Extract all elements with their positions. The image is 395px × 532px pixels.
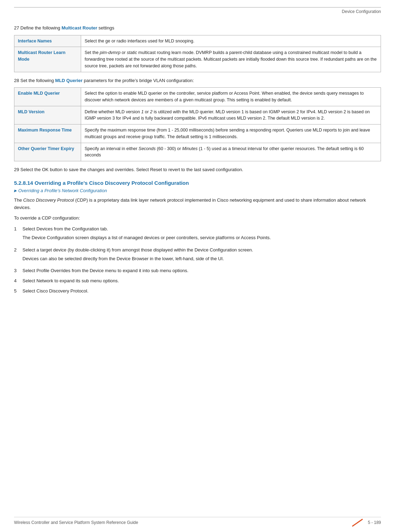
list-item: 1 Select Devices from the Configuration … [14,225,381,244]
table-cell-value: Define whether MLD version 1 or 2 is uti… [81,106,381,124]
step-subpara: Devices can also be selected directly fr… [22,255,381,263]
table-cell-label: Other Querier Timer Expiry [14,143,81,161]
table-row: Interface Names Select the ge or radio i… [14,35,381,47]
step-content: Select Devices from the Configuration ta… [22,225,381,244]
list-item: 3 Select Profile Overrides from the Devi… [14,267,381,275]
table-row: Enable MLD Querier Select the option to … [14,88,381,106]
step-content: Select Cisco Discovery Protocol. [22,288,381,295]
page-footer: Wireless Controller and Service Platform… [14,517,381,525]
step27-link: Multicast Router [61,25,97,31]
step-content: Select a target device (by double-clicki… [22,247,381,265]
footer-divider-icon [352,518,363,526]
step-content: Select Profile Overrides from the Device… [22,267,381,275]
footer-left: Wireless Controller and Service Platform… [14,520,138,525]
table-cell-value: Specify the maximum response time (from … [81,124,381,143]
step27-heading: 27 Define the following Multicast Router… [14,25,381,32]
step27-label: 27 Define the following [14,25,61,31]
step29-text: 29 Select the [14,167,42,172]
table-cell-label: Interface Names [14,35,81,47]
step28-suffix: parameters for the profile’s bridge VLAN… [83,78,194,83]
devices-link: Devices [37,226,53,231]
network-link: Network [37,278,53,283]
list-item: 4 Select Network to expand its sub menu … [14,277,381,285]
table-cell-value: Select the option to enable MLD querier … [81,88,381,106]
table-row: MLD Version Define whether MLD version 1… [14,106,381,124]
ok-button-ref: OK [42,167,49,172]
footer-right: 5 - 189 [351,520,381,525]
step28-heading: 28 Set the following MLD Querier paramet… [14,77,381,84]
step28-table: Enable MLD Querier Select the option to … [14,87,381,161]
step27-table: Interface Names Select the ge or radio i… [14,35,381,72]
list-item: 5 Select Cisco Discovery Protocol. [14,288,381,295]
table-cell-label: Maximum Response Time [14,124,81,143]
step29-middle: button to save the changes and overrides… [48,167,150,172]
step-number: 5 [14,288,22,295]
table-cell-label: MLD Version [14,106,81,124]
page-header: Device Configuration [14,7,381,18]
step-number: 3 [14,267,22,275]
intro-para1: The Cisco Discovery Protocol (CDP) is a … [14,197,381,211]
step27-suffix: settings [97,25,114,31]
step-number: 1 [14,225,22,244]
step-subpara: The Device Configuration screen displays… [22,234,381,242]
table-cell-value: Select the ge or radio interfaces used f… [81,35,381,47]
cdp-link: Cisco Discovery Protocol [37,288,87,294]
table-cell-label: Enable MLD Querier [14,88,81,106]
profile-overrides-link: Profile Overrides [37,268,71,273]
intro-para2: To override a CDP configuration: [14,215,381,222]
table-cell-label: Multicast Router Learn Mode [14,47,81,72]
step-number: 2 [14,247,22,265]
step28-link: MLD Querier [55,78,83,83]
table-row: Maximum Response Time Specify the maximu… [14,124,381,143]
step29-para: 29 Select the OK button to save the chan… [14,166,381,174]
table-cell-value: Set the pim-dvmrp or static multicast ro… [81,47,381,72]
reset-button-ref: Reset [150,167,162,172]
breadcrumb-text: Overriding a Profile’s Network Configura… [18,188,107,193]
table-cell-value: Specify an interval in either Seconds (6… [81,143,381,161]
breadcrumb[interactable]: Overriding a Profile’s Network Configura… [14,188,381,193]
footer-page-number: 5 - 189 [368,520,381,525]
list-item: 2 Select a target device (by double-clic… [14,247,381,265]
step29-suffix: to revert to the last saved configuratio… [162,167,243,172]
header-title: Device Configuration [342,9,381,14]
table-row: Other Querier Timer Expiry Specify an in… [14,143,381,161]
table-row: Multicast Router Learn Mode Set the pim-… [14,47,381,72]
step-content: Select Network to expand its sub menu op… [22,277,381,285]
section-title: 5.2.8.14 Overriding a Profile’s Cisco Di… [14,180,381,186]
step28-label: 28 Set the following [14,78,55,83]
step-number: 4 [14,277,22,285]
